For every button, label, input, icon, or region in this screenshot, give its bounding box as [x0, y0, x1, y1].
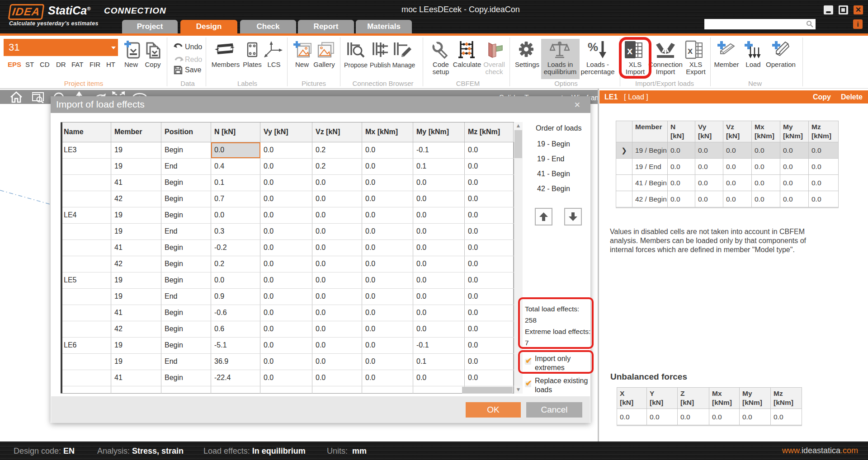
svg-text:x: x: [688, 46, 693, 56]
svg-text:%: %: [588, 40, 598, 54]
